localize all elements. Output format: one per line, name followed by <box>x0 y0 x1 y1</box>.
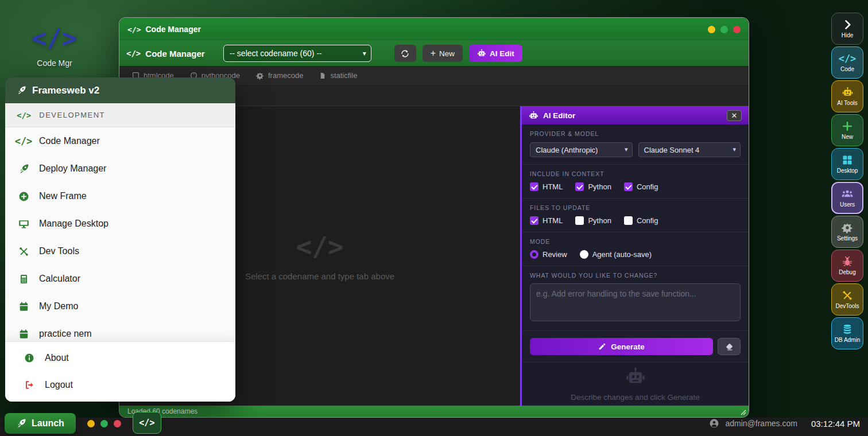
new-codename-button[interactable]: + New <box>423 45 463 62</box>
dock-item-db-admin[interactable]: DB Admin <box>831 317 863 349</box>
code-icon: </> <box>839 53 857 64</box>
dock-item-debug[interactable]: Debug <box>831 250 863 282</box>
ai-editor-header: AI Editor ✕ <box>522 106 749 124</box>
shortcut-label: Code Mgr <box>22 59 87 68</box>
dock-item-code[interactable]: </> Code <box>831 46 863 79</box>
user-avatar-icon <box>709 418 719 429</box>
taskbar: Launch </> admin@frames.com 03:12:44 PM <box>0 411 868 436</box>
provider-label: PROVIDER & MODEL <box>530 130 741 137</box>
menu-section-development: </> DEVELOPMENT <box>5 103 235 127</box>
plus-icon <box>842 120 853 132</box>
prompt-textarea[interactable] <box>530 283 741 321</box>
provider-select-wrap: Claude (Anthropic) ▾ <box>530 142 633 157</box>
taskbar-right: admin@frames.com 03:12:44 PM <box>709 418 860 429</box>
users-icon <box>841 188 854 200</box>
info-icon <box>22 353 36 363</box>
tab-staticfile[interactable]: staticfile <box>319 71 357 80</box>
codename-select[interactable]: -- select codename (60) -- <box>223 45 371 62</box>
checkbox-icon <box>530 182 538 191</box>
dock-item-settings[interactable]: Settings <box>831 216 863 248</box>
gear-icon <box>256 72 264 80</box>
pencil-icon <box>598 342 606 351</box>
taskbar-indicators <box>87 420 121 427</box>
database-icon <box>842 324 853 335</box>
plus-icon: + <box>431 49 436 58</box>
menu-item-new-frame[interactable]: New Frame <box>5 182 235 210</box>
close-icon: ✕ <box>731 112 738 119</box>
prompt-label: WHAT WOULD YOU LIKE TO CHANGE? <box>530 272 741 279</box>
radio-icon <box>580 250 588 259</box>
empty-state-text: Select a codename and type tab above <box>245 271 394 281</box>
start-menu-header: Framesweb v2 <box>5 77 235 103</box>
window-titlebar[interactable]: </> Code Manager <box>119 18 749 41</box>
start-menu-title: Framesweb v2 <box>32 85 99 96</box>
codename-select-wrap: -- select codename (60) -- ▾ <box>223 45 371 62</box>
generate-row: Generate <box>522 331 749 362</box>
start-menu: Framesweb v2 </> DEVELOPMENT </> Code Ma… <box>5 77 235 402</box>
code-icon: </> <box>127 25 141 34</box>
rocket-icon <box>17 164 30 174</box>
files-html-checkbox[interactable]: HTML <box>530 216 563 225</box>
start-menu-footer: About Logout <box>5 341 235 402</box>
context-html-checkbox[interactable]: HTML <box>530 182 563 191</box>
indicator-red[interactable] <box>114 420 121 427</box>
context-python-checkbox[interactable]: Python <box>575 182 611 191</box>
mode-agent-radio[interactable]: Agent (auto-save) <box>580 250 652 259</box>
grid-icon <box>842 154 853 166</box>
calendar-icon <box>17 329 30 340</box>
ai-editor-title: AI Editor <box>543 111 575 120</box>
menu-item-manage-desktop[interactable]: Manage Desktop <box>5 210 235 238</box>
model-select[interactable]: Claude Sonnet 4 <box>638 142 741 157</box>
dock-item-ai-tools[interactable]: AI Tools <box>831 80 863 112</box>
refresh-icon <box>400 49 410 59</box>
menu-item-deploy-manager[interactable]: Deploy Manager <box>5 155 235 182</box>
dock-item-desktop[interactable]: Desktop <box>831 148 863 180</box>
checkbox-icon <box>624 182 633 191</box>
generate-button[interactable]: Generate <box>530 338 713 355</box>
files-section: FILES TO UPDATE HTML Python Config <box>522 198 749 232</box>
code-icon: </> <box>126 49 141 58</box>
robot-icon <box>842 87 854 98</box>
dock-item-new[interactable]: New <box>831 114 863 146</box>
files-config-checkbox[interactable]: Config <box>624 216 658 225</box>
code-icon: </> <box>17 111 31 120</box>
refresh-button[interactable] <box>394 45 416 62</box>
code-icon: </> <box>296 231 343 262</box>
indicator-green[interactable] <box>100 420 108 427</box>
tab-framecode[interactable]: framecode <box>256 71 303 80</box>
launch-button[interactable]: Launch <box>5 413 76 434</box>
code-icon: </> <box>22 20 87 57</box>
checkbox-icon <box>575 216 584 225</box>
dock-item-devtools[interactable]: DevTools <box>831 283 863 316</box>
menu-item-my-demo[interactable]: My Demo <box>5 293 235 320</box>
context-label: INCLUDE IN CONTEXT <box>530 170 741 177</box>
clear-button[interactable] <box>718 338 741 355</box>
indicator-yellow[interactable] <box>87 420 95 427</box>
bug-icon <box>842 256 853 267</box>
app-dock: Hide </> Code AI Tools New Desktop Users <box>831 13 863 349</box>
dock-item-users[interactable]: Users <box>831 182 863 214</box>
ai-editor-close-button[interactable]: ✕ <box>727 110 742 121</box>
menu-item-code-manager[interactable]: </> Code Manager <box>5 127 235 155</box>
mode-review-radio[interactable]: Review <box>530 250 567 259</box>
start-menu-body: </> DEVELOPMENT </> Code Manager Deploy … <box>5 103 235 402</box>
dock-item-hide[interactable]: Hide <box>831 13 863 45</box>
menu-item-calculator[interactable]: Calculator <box>5 265 235 293</box>
files-python-checkbox[interactable]: Python <box>575 216 611 225</box>
files-label: FILES TO UPDATE <box>530 204 741 211</box>
provider-select[interactable]: Claude (Anthropic) <box>530 142 633 157</box>
menu-item-logout[interactable]: Logout <box>5 371 235 398</box>
robot-icon <box>529 111 538 120</box>
close-button[interactable] <box>733 26 741 33</box>
user-email[interactable]: admin@frames.com <box>725 419 797 428</box>
checkbox-icon <box>624 216 633 225</box>
minimize-button[interactable] <box>708 26 715 33</box>
maximize-button[interactable] <box>720 26 728 33</box>
menu-item-about[interactable]: About <box>5 344 235 371</box>
desktop-shortcut-code-manager[interactable]: </> Code Mgr <box>22 20 87 68</box>
taskbar-window-code-manager[interactable]: </> <box>133 412 161 434</box>
ai-edit-button[interactable]: AI Edit <box>469 45 522 62</box>
context-config-checkbox[interactable]: Config <box>624 182 658 191</box>
tools-icon <box>17 246 30 257</box>
menu-item-dev-tools[interactable]: Dev Tools <box>5 238 235 265</box>
